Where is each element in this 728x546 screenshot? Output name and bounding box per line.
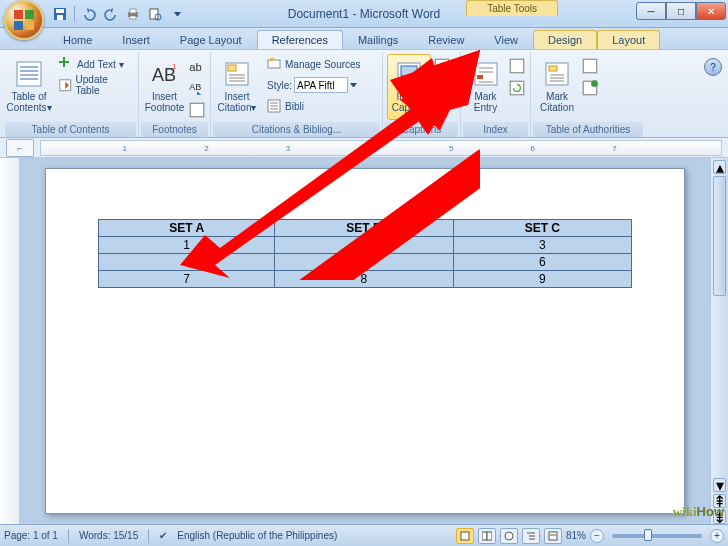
update-index-icon[interactable] [508, 78, 526, 98]
bibliography-icon [266, 98, 282, 114]
table-cell[interactable]: 1 [99, 237, 275, 254]
table-header[interactable]: SET C [453, 220, 631, 237]
svg-rect-1 [25, 10, 34, 19]
svg-rect-24 [190, 103, 204, 117]
tab-layout[interactable]: Layout [597, 30, 660, 49]
insert-caption-button[interactable]: Insert Caption [387, 54, 431, 120]
tab-view[interactable]: View [479, 30, 533, 49]
table-cell[interactable]: 6 [453, 254, 631, 271]
tab-design[interactable]: Design [533, 30, 597, 49]
save-icon[interactable] [50, 5, 70, 23]
table-cell[interactable]: 8 [275, 271, 453, 288]
svg-rect-26 [228, 65, 236, 71]
table-cell[interactable]: 4 [99, 254, 275, 271]
insert-toa-icon[interactable] [581, 56, 599, 76]
next-footnote-icon[interactable]: AB [188, 78, 206, 98]
tab-home[interactable]: Home [48, 30, 107, 49]
print-layout-view-icon[interactable] [456, 528, 474, 544]
document-table[interactable]: SET A SET B SET C 123 456 789 [98, 219, 632, 288]
status-words[interactable]: Words: 15/15 [79, 530, 138, 541]
tab-references[interactable]: References [257, 30, 343, 49]
proofing-icon[interactable]: ✔ [159, 530, 167, 541]
outline-view-icon[interactable] [522, 528, 540, 544]
office-button[interactable] [4, 0, 44, 40]
undo-icon[interactable] [79, 5, 99, 23]
svg-rect-9 [130, 16, 136, 19]
manage-sources-button[interactable]: Manage Sources [261, 54, 366, 74]
draft-view-icon[interactable] [544, 528, 562, 544]
insert-tof-icon[interactable] [433, 56, 451, 76]
close-button[interactable]: ✕ [696, 2, 726, 20]
table-cell[interactable]: 2 [275, 237, 453, 254]
status-language[interactable]: English (Republic of the Philippines) [177, 530, 337, 541]
svg-rect-12 [17, 62, 41, 86]
bibliography-button[interactable]: Bibli [261, 96, 366, 116]
svg-rect-42 [435, 59, 449, 73]
document-page[interactable]: SET A SET B SET C 123 456 789 [45, 168, 685, 514]
style-input[interactable] [294, 77, 348, 93]
tab-mailings[interactable]: Mailings [343, 30, 413, 49]
vertical-scrollbar[interactable]: ▴ ▾ ⇞ ⇟ [710, 158, 728, 524]
update-tof-icon[interactable] [433, 78, 451, 98]
svg-text:AB: AB [189, 82, 201, 92]
mark-citation-icon [542, 59, 572, 89]
update-table-button[interactable]: Update Table [53, 75, 134, 95]
table-cell[interactable]: 3 [453, 237, 631, 254]
table-cell[interactable]: 5 [275, 254, 453, 271]
tab-insert[interactable]: Insert [107, 30, 165, 49]
toc-icon [14, 59, 44, 89]
group-toa-label: Table of Authorities [533, 122, 643, 137]
svg-rect-57 [583, 59, 597, 73]
table-cell[interactable]: 9 [453, 271, 631, 288]
scroll-up-icon[interactable]: ▴ [713, 160, 726, 174]
group-toc-label: Table of Contents [5, 122, 136, 137]
qat-customize-icon[interactable] [167, 5, 187, 23]
maximize-button[interactable]: □ [666, 2, 696, 20]
svg-rect-73 [549, 532, 557, 540]
scroll-down-icon[interactable]: ▾ [713, 478, 726, 492]
zoom-out-button[interactable]: − [590, 529, 604, 543]
tab-selector[interactable]: ⌐ [6, 139, 34, 157]
print-preview-icon[interactable] [145, 5, 165, 23]
mark-citation-button[interactable]: Mark Citation [535, 54, 579, 120]
cross-reference-icon[interactable] [433, 100, 451, 120]
minimize-button[interactable]: ─ [636, 2, 666, 20]
scroll-thumb[interactable] [713, 176, 726, 296]
table-header[interactable]: SET A [99, 220, 275, 237]
help-button[interactable]: ? [704, 58, 722, 76]
redo-icon[interactable] [101, 5, 121, 23]
show-notes-icon[interactable] [188, 100, 206, 120]
group-footnotes-label: Footnotes [141, 122, 208, 137]
zoom-in-button[interactable]: + [710, 529, 724, 543]
insert-footnote-button[interactable]: AB1 Insert Footnote [143, 54, 186, 120]
tab-page-layout[interactable]: Page Layout [165, 30, 257, 49]
zoom-level[interactable]: 81% [566, 530, 586, 541]
svg-rect-30 [268, 60, 280, 68]
table-cell[interactable]: 7 [99, 271, 275, 288]
table-header[interactable]: SET B [275, 220, 453, 237]
web-layout-view-icon[interactable] [500, 528, 518, 544]
print-icon[interactable] [123, 5, 143, 23]
citation-icon [222, 59, 252, 89]
vertical-ruler[interactable] [0, 158, 20, 524]
svg-rect-6 [57, 15, 63, 20]
svg-rect-5 [56, 9, 64, 13]
update-icon [58, 77, 73, 93]
insert-citation-button[interactable]: Insert Citation▾ [215, 54, 259, 120]
tab-review[interactable]: Review [413, 30, 479, 49]
table-of-contents-button[interactable]: Table of Contents▾ [7, 54, 51, 120]
contextual-tab-label: Table Tools [466, 0, 558, 16]
zoom-slider[interactable] [612, 534, 702, 538]
mark-entry-button[interactable]: Mark Entry [465, 54, 506, 120]
add-text-button[interactable]: Add Text ▾ [53, 54, 134, 74]
insert-index-icon[interactable] [508, 56, 526, 76]
watermark: wikiHow [673, 504, 724, 520]
add-text-icon [58, 56, 74, 72]
citation-style-selector[interactable]: Style: [261, 75, 366, 95]
insert-endnote-icon[interactable]: ab [188, 56, 206, 76]
update-toa-icon[interactable] [581, 78, 599, 98]
status-page[interactable]: Page: 1 of 1 [4, 530, 58, 541]
horizontal-ruler[interactable]: 1 2 3 4 5 6 7 [40, 140, 722, 156]
full-screen-view-icon[interactable] [478, 528, 496, 544]
svg-point-59 [591, 80, 598, 87]
